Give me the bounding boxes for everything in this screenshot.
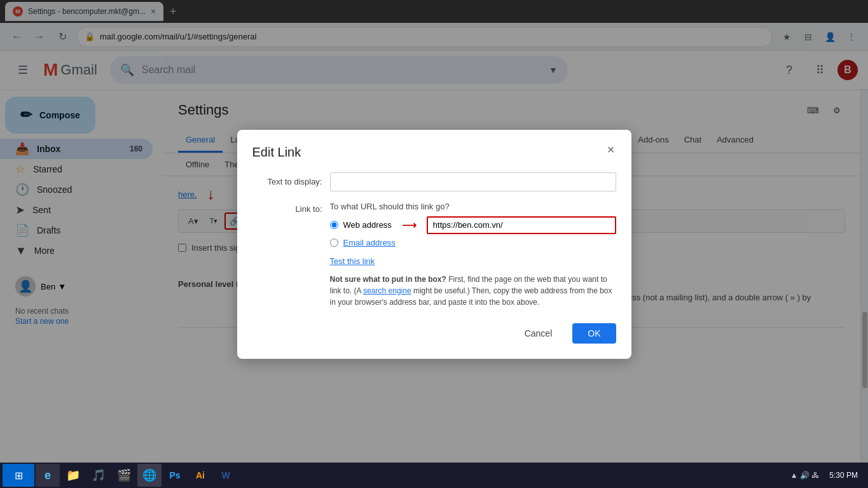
edit-link-modal: Edit Link × Text to display: Link to: To… xyxy=(237,130,631,359)
email-address-radio[interactable] xyxy=(330,239,338,247)
taskbar-illustrator[interactable]: Ai xyxy=(188,464,212,487)
text-to-display-input[interactable] xyxy=(330,172,616,192)
video-icon: 🎬 xyxy=(117,468,131,482)
start-icon: ⊞ xyxy=(15,470,23,482)
ok-button[interactable]: OK xyxy=(572,323,616,344)
cancel-button[interactable]: Cancel xyxy=(512,323,565,344)
email-address-row: Email address xyxy=(330,238,616,247)
folder-icon: 📁 xyxy=(66,468,80,482)
media-icon: 🎵 xyxy=(92,468,106,482)
modal-overlay: Edit Link × Text to display: Link to: To… xyxy=(0,0,868,488)
chrome-icon: 🌐 xyxy=(142,468,156,482)
start-button[interactable]: ⊞ xyxy=(3,464,34,487)
link-to-label: Link to: xyxy=(252,202,322,214)
modal-footer: Cancel OK xyxy=(252,323,616,344)
url-question-text: To what URL should this link go? xyxy=(330,202,616,211)
web-address-radio[interactable] xyxy=(330,221,338,229)
ie-icon: e xyxy=(45,469,51,482)
taskbar-chrome[interactable]: 🌐 xyxy=(137,464,162,487)
taskbar-photoshop[interactable]: Ps xyxy=(163,464,187,487)
taskbar-sys: ▲ 🔊 🖧 5:30 PM xyxy=(790,471,865,480)
taskbar-word[interactable]: W xyxy=(214,464,238,487)
text-to-display-row: Text to display: xyxy=(252,172,616,192)
word-icon: W xyxy=(221,470,230,480)
web-address-label: Web address xyxy=(343,220,392,230)
link-to-section: Link to: To what URL should this link go… xyxy=(252,202,616,308)
hint-title: Not sure what to put in the box? xyxy=(330,275,446,284)
taskbar-video[interactable]: 🎬 xyxy=(112,464,136,487)
red-arrow-right-icon: ⟶ xyxy=(402,219,417,231)
hint-box: Not sure what to put in the box? First, … xyxy=(330,266,616,308)
test-link-anchor[interactable]: Test this link xyxy=(330,256,375,266)
link-to-body: To what URL should this link go? Web add… xyxy=(330,202,616,308)
text-to-display-label: Text to display: xyxy=(252,177,322,186)
radio-group: Web address ⟶ Email address xyxy=(330,216,616,247)
modal-close-button[interactable]: × xyxy=(601,140,621,160)
email-address-label[interactable]: Email address xyxy=(343,238,396,247)
taskbar-explorer[interactable]: 📁 xyxy=(61,464,85,487)
taskbar: ⊞ e 📁 🎵 🎬 🌐 Ps Ai W ▲ 🔊 🖧 5:30 PM xyxy=(0,463,868,488)
modal-title: Edit Link xyxy=(252,145,616,160)
taskbar-clock: 5:30 PM xyxy=(822,471,865,480)
taskbar-items: e 📁 🎵 🎬 🌐 Ps Ai W xyxy=(36,464,789,487)
ai-icon: Ai xyxy=(196,470,205,480)
ps-icon: Ps xyxy=(169,470,180,480)
web-address-row: Web address ⟶ xyxy=(330,216,616,234)
search-engine-link[interactable]: search engine xyxy=(363,286,411,295)
taskbar-media[interactable]: 🎵 xyxy=(86,464,111,487)
url-input[interactable] xyxy=(427,216,616,234)
sys-icons: ▲ 🔊 🖧 xyxy=(790,471,820,480)
taskbar-ie[interactable]: e xyxy=(36,464,60,487)
